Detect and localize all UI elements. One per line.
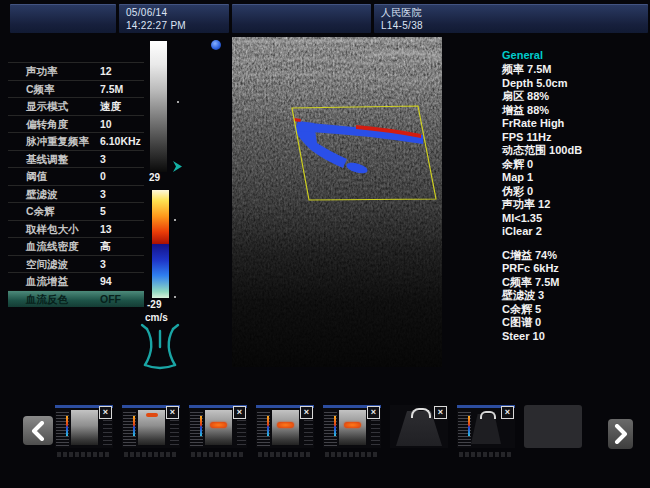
- param-value: 3: [100, 188, 106, 200]
- exam-param: 频率 7.5M: [502, 63, 648, 77]
- thumbnail-close-icon[interactable]: ×: [434, 406, 447, 419]
- param-label: C余辉: [26, 205, 55, 219]
- param-label: 基线调整: [26, 153, 68, 167]
- thumbnail-pager-dots: [124, 452, 178, 457]
- thumbnail-1[interactable]: ×: [55, 405, 113, 448]
- exam-param: 余辉 0: [502, 158, 648, 172]
- tick-dot: [177, 101, 179, 103]
- thumb-flow-blob: [344, 422, 361, 428]
- param-row-5[interactable]: 脉冲重复频率6.10KHz: [8, 132, 144, 150]
- thumbnail-close-icon[interactable]: ×: [300, 406, 313, 419]
- thumb-left-strip: [324, 410, 337, 446]
- ultrasound-app: 05/06/14 14:22:27 PM 人民医院 L14-5/38 声功率12…: [0, 0, 650, 488]
- param-row-10[interactable]: 取样包大小13: [8, 220, 144, 238]
- header-empty-box-2: [232, 4, 371, 33]
- param-row-6[interactable]: 基线调整3: [8, 150, 144, 168]
- param-row-13[interactable]: 血流增益94: [8, 272, 144, 290]
- param-row-9[interactable]: C余辉5: [8, 202, 144, 220]
- param-value: 13: [100, 223, 112, 235]
- thumbnail-2[interactable]: ×: [122, 405, 180, 448]
- exam-param: iClear 2: [502, 225, 648, 239]
- exam-param: 扇区 88%: [502, 90, 648, 104]
- param-row-2[interactable]: C频率7.5M: [8, 80, 144, 98]
- thumb-left-strip: [190, 410, 203, 446]
- exam-param: MI<1.35: [502, 212, 648, 226]
- tick-dot: [174, 219, 176, 221]
- grayscale-bar: [150, 41, 167, 172]
- thumb-flow-blob: [210, 422, 227, 428]
- exam-param: FPS 11Hz: [502, 131, 648, 145]
- param-label: 声功率: [26, 65, 58, 79]
- thumbnail-4[interactable]: ×: [256, 405, 314, 448]
- thumbnail-6[interactable]: ×: [390, 405, 448, 448]
- param-value: OFF: [100, 293, 121, 305]
- thumbnail-3[interactable]: ×: [189, 405, 247, 448]
- thumbnail-close-icon[interactable]: ×: [99, 406, 112, 419]
- param-value: 12: [100, 65, 112, 77]
- focus-marker-dot: [211, 40, 221, 50]
- param-label: 阈值: [26, 170, 47, 184]
- param-value: 5: [100, 205, 106, 217]
- param-label: 血流反色: [26, 293, 68, 307]
- param-row-11[interactable]: 血流线密度高: [8, 237, 144, 255]
- thumb-probe-arc: [480, 411, 496, 419]
- exam-param: 动态范围 100dB: [502, 144, 648, 158]
- exam-param: 伪彩 0: [502, 185, 648, 199]
- thumb-left-strip: [123, 410, 136, 446]
- thumbnail-strip: ×××××××: [55, 405, 582, 448]
- thumbnail-7[interactable]: ×: [457, 405, 515, 448]
- param-value: 3: [100, 258, 106, 270]
- param-value: 94: [100, 275, 112, 287]
- filmstrip-prev-button[interactable]: [23, 416, 53, 445]
- param-row-14[interactable]: 血流反色OFF: [8, 290, 144, 308]
- thumbnail-pager-dots: [191, 452, 245, 457]
- exam-param: FrRate High: [502, 117, 648, 131]
- exam-param: C图谱 0: [502, 316, 648, 330]
- param-row-3[interactable]: 显示模式速度: [8, 97, 144, 115]
- parameter-table: 声功率12C频率7.5M显示模式速度偏转角度10脉冲重复频率6.10KHz基线调…: [8, 62, 144, 307]
- velocity-max-label: 29: [149, 172, 160, 183]
- velocity-min-label: -29: [147, 299, 161, 310]
- chevron-right-icon: [614, 424, 628, 444]
- doppler-colorbar: [152, 190, 169, 298]
- param-label: C频率: [26, 83, 55, 97]
- exam-param: Steer 10: [502, 330, 648, 344]
- datetime-box: 05/06/14 14:22:27 PM: [119, 4, 229, 33]
- param-label: 取样包大小: [26, 223, 79, 237]
- thumbnail-close-icon[interactable]: ×: [367, 406, 380, 419]
- param-label: 壁滤波: [26, 188, 58, 202]
- thumb-flow-blob: [146, 413, 158, 417]
- neck-body-marker-icon: [137, 322, 183, 372]
- ultrasound-image[interactable]: [232, 37, 442, 367]
- param-row-12[interactable]: 空间滤波3: [8, 255, 144, 273]
- param-label: 显示模式: [26, 100, 68, 114]
- colorbar-negative: [152, 244, 169, 298]
- chevron-left-icon: [31, 421, 45, 441]
- thumb-left-strip: [458, 410, 471, 446]
- param-row-4[interactable]: 偏转角度10: [8, 115, 144, 133]
- param-row-7[interactable]: 阈值0: [8, 167, 144, 185]
- colorbar-positive: [152, 190, 169, 244]
- thumb-left-strip: [257, 410, 270, 446]
- param-value: 7.5M: [100, 83, 123, 95]
- thumb-left-strip: [56, 410, 69, 446]
- param-value: 速度: [100, 100, 121, 114]
- exam-param: C余辉 5: [502, 303, 648, 317]
- thumbnail-5[interactable]: ×: [323, 405, 381, 448]
- param-value: 3: [100, 153, 106, 165]
- exam-param: PRFc 6kHz: [502, 262, 648, 276]
- filmstrip-next-button[interactable]: [608, 419, 633, 449]
- param-row-1[interactable]: 声功率12: [8, 62, 144, 80]
- thumbnail-8[interactable]: [524, 405, 582, 448]
- param-value: 10: [100, 118, 112, 130]
- time-text: 14:22:27 PM: [126, 19, 229, 32]
- b-mode-params: 频率 7.5MDepth 5.0cm扇区 88%增益 88%FrRate Hig…: [502, 63, 648, 239]
- thumbnail-close-icon[interactable]: ×: [233, 406, 246, 419]
- exam-param: 壁滤波 3: [502, 289, 648, 303]
- thumbnail-close-icon[interactable]: ×: [166, 406, 179, 419]
- thumbnail-close-icon[interactable]: ×: [501, 406, 514, 419]
- exam-param: 声功率 12: [502, 198, 648, 212]
- hospital-name: 人民医院: [381, 6, 648, 19]
- thumbnail-pager-dots: [459, 452, 513, 457]
- param-row-8[interactable]: 壁滤波3: [8, 185, 144, 203]
